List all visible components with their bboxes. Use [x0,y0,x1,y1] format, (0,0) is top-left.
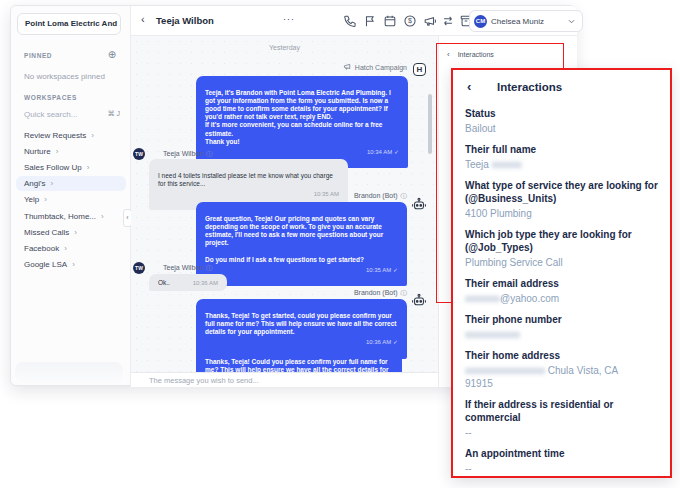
scrollbar-thumb[interactable] [428,94,432,154]
sidebar-item-angis[interactable]: Angi's› [16,176,126,191]
sender-name: Teeja Wilbonⓘ [163,264,213,273]
interactions-breadcrumb[interactable]: ‹Interactions [447,50,494,59]
no-pinned-text: No workspaces pinned [24,72,105,81]
pin-add-icon[interactable]: ⊕ [106,49,118,61]
chevron-right-icon: › [51,179,54,188]
chevron-right-icon: › [101,212,104,221]
sidebar-item-facebook[interactable]: Facebook› [16,241,126,256]
hatch-app-icon: H [413,63,426,76]
message-time: 10:35 AM ✓ [205,266,398,274]
sidebar-item-google-lsa[interactable]: Google LSA› [16,257,126,272]
info-icon[interactable]: ⓘ [401,289,408,296]
field-home-address: Their home address xxxxxxxxxxxxxxxx Chul… [465,349,663,390]
sidebar: Point Loma Electric And ... PINNED ⊕ No … [11,6,131,385]
message-time: 10:36 AM [193,279,218,287]
avatar: CM [474,15,487,28]
field-phone: Their phone number xxxxxxxxxxx [465,313,663,341]
chevron-right-icon: › [56,147,59,156]
message-bubble-bot: Teeja, it's Brandon with Point Loma Elec… [196,76,408,168]
shortcut-hint: ⌘ J [108,110,120,118]
field-status: Status Bailout [465,107,663,135]
redacted-text: xxxxxxxxxxxxxxxx [465,365,545,376]
transfer-icon[interactable] [441,14,455,28]
sender-name: Brandon (Bot)ⓘ [131,289,407,298]
interaction-fields: Status Bailout Their full name Teeja xxx… [465,107,663,478]
sidebar-item-nurture[interactable]: Nurture› [16,144,126,159]
sidebar-item-missed-calls[interactable]: Missed Calls› [16,225,126,240]
svg-text:$: $ [408,17,412,24]
back-icon[interactable]: ‹ [141,13,145,25]
overlay-title: Interactions [497,81,562,93]
redacted-text: xxxxxxx [465,293,500,304]
workspace-selector[interactable]: Point Loma Electric And ... [17,13,121,35]
redacted-text: xxxxxxxxxxx [465,329,520,340]
chevron-right-icon: › [72,260,75,269]
chevron-right-icon: › [64,244,67,253]
user-menu[interactable]: CM Chelsea Muniz [469,10,583,32]
megaphone-icon[interactable] [423,14,437,28]
message-input[interactable]: The message you wish to send... [131,372,438,387]
chevron-right-icon: › [87,163,90,172]
sidebar-item-yelp[interactable]: Yelp› [16,192,126,207]
bot-icon [411,197,427,213]
message-time: 10:34 AM ✓ [205,148,399,156]
field-full-name: Their full name Teeja xxxxxx [465,143,663,171]
sender-name: Brandon (Bot)ⓘ [131,192,407,201]
sidebar-item-sales-follow-up[interactable]: Sales Follow Up› [16,160,126,175]
date-divider: Yesterday [131,44,438,51]
field-email: Their email address xxxxxxx@yahoo.com [465,277,663,305]
pinned-section-label: PINNED [24,52,52,59]
interactions-detail-overlay: ‹ Interactions Status Bailout Their full… [451,68,672,478]
field-service-type: What type of service they are looking fo… [465,179,663,220]
bot-icon [411,293,427,309]
avatar: TW [133,148,145,160]
conversation-thread: Yesterday Hatch Campaign H Teeja, it's B… [131,36,438,387]
message-bubble-bot: Great question, Teeja! Our pricing and q… [196,202,407,286]
quick-search-placeholder: Quick search... [24,110,77,119]
workspaces-section-label: WORKSPACES [24,94,77,101]
avatar: TW [133,262,145,274]
chevron-down-icon [568,19,575,24]
payments-icon[interactable]: $ [403,14,417,28]
user-name: Chelsea Muniz [491,17,544,26]
info-icon[interactable]: ⓘ [401,192,408,199]
info-icon[interactable]: ⓘ [206,150,213,157]
info-icon[interactable]: ⓘ [206,264,213,271]
campaign-label: Hatch Campaign [131,62,407,71]
megaphone-icon [343,62,352,71]
flag-icon[interactable] [363,14,377,28]
chevron-right-icon: › [44,195,47,204]
message-input-placeholder: The message you wish to send... [149,376,259,385]
conversation-title: Teeja Wilbon [156,15,214,26]
chat-header: ‹ Teeja Wilbon ··· $ CM Chelsea Muniz [131,6,577,36]
sidebar-item-thumbtack[interactable]: Thumbtack, Home...› [16,209,126,224]
more-menu-icon[interactable]: ··· [283,14,295,24]
field-residential-or-commercial: If their address is residential or comme… [465,398,663,439]
sender-name: Teeja Wilbonⓘ [163,150,213,159]
sidebar-bottom-card [15,362,123,382]
redacted-text: xxxxxx [492,159,522,170]
field-appointment-time: An appointment time -- [465,447,663,475]
back-icon: ‹ [447,50,450,59]
calendar-icon[interactable] [383,14,397,28]
quick-search-input[interactable]: Quick search... ⌘ J [24,110,120,119]
phone-icon[interactable] [343,14,357,28]
back-icon[interactable]: ‹ [467,79,471,94]
chevron-right-icon: › [91,131,94,140]
field-job-type: Which job type they are looking for (@Jo… [465,228,663,269]
sidebar-item-review-requests[interactable]: Review Requests› [16,128,126,143]
chevron-right-icon: › [74,228,77,237]
